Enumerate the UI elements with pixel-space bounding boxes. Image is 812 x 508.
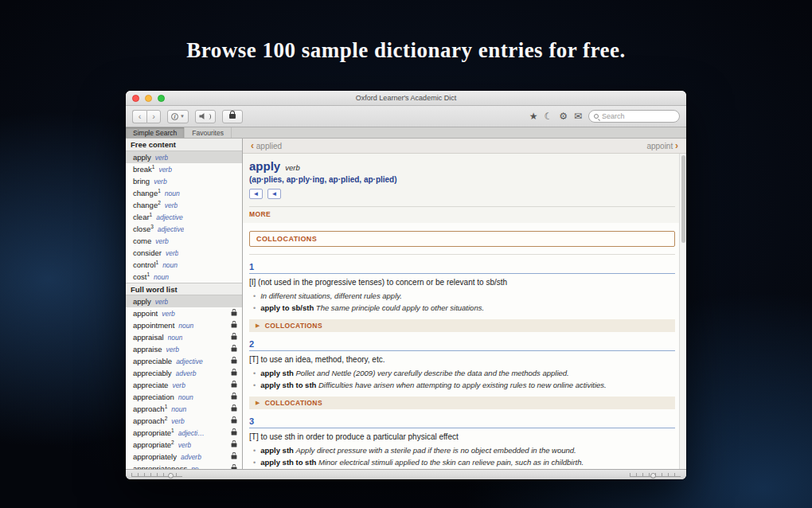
word-list-item[interactable]: appointmentnoun bbox=[126, 319, 242, 331]
zoom-window-button[interactable] bbox=[158, 95, 165, 102]
lock-icon bbox=[232, 347, 237, 351]
word-list-item[interactable]: comeverb bbox=[126, 235, 242, 247]
word-list-item[interactable]: appreciableadjective bbox=[126, 355, 242, 367]
favourite-star-icon[interactable]: ★ bbox=[529, 111, 538, 121]
word-list-word: break1 bbox=[133, 164, 154, 174]
senses-list: 1[I] (not used in the progressive tenses… bbox=[249, 262, 675, 469]
collocation-pattern: apply to sb/sth bbox=[260, 303, 316, 312]
word-list-item[interactable]: appointverb bbox=[126, 307, 242, 319]
word-list-word: appreciable bbox=[133, 357, 172, 365]
word-list-word: control1 bbox=[133, 260, 158, 269]
word-list-item[interactable]: approach2verb bbox=[126, 415, 242, 427]
word-list-item[interactable]: appropriate1adjecti… bbox=[126, 427, 242, 439]
scrollbar[interactable] bbox=[679, 154, 686, 469]
word-list-pos: noun bbox=[171, 405, 186, 413]
word-list-word: change2 bbox=[133, 200, 161, 209]
example-sentence: •apply to sb/sth The same principle coul… bbox=[249, 302, 675, 314]
speaker-icon bbox=[199, 113, 207, 119]
search-input[interactable] bbox=[602, 112, 673, 120]
word-list-item[interactable]: close3adjective bbox=[126, 223, 242, 235]
more-toggle[interactable]: MORE bbox=[249, 207, 675, 223]
word-list-pos: verb bbox=[154, 178, 167, 186]
lock-icon bbox=[232, 443, 237, 447]
word-list-pos: verb bbox=[172, 381, 185, 389]
slider-knob[interactable] bbox=[650, 473, 656, 479]
lock-icon bbox=[232, 323, 237, 327]
tab-favourites[interactable]: Favourites bbox=[185, 127, 232, 138]
entry-content: applyverb (ap·plies, ap·ply·ing, ap·plie… bbox=[243, 154, 686, 469]
word-list-word: appreciate bbox=[133, 381, 168, 389]
word-list-item[interactable]: appropriate2verb bbox=[126, 439, 242, 451]
example-sentence: •apply sth to sth Difficulties have aris… bbox=[249, 379, 675, 391]
lock-icon bbox=[232, 395, 237, 399]
prev-entry-label: applied bbox=[256, 142, 282, 150]
word-list-item[interactable]: break1verb bbox=[126, 163, 242, 175]
unlock-content-button[interactable] bbox=[222, 110, 243, 123]
word-list-pos: adjective bbox=[158, 225, 185, 233]
settings-gear-icon[interactable]: ⚙ bbox=[559, 111, 568, 121]
word-list-item[interactable]: bringverb bbox=[126, 175, 242, 187]
word-list-item[interactable]: cost1noun bbox=[126, 271, 242, 283]
minimize-window-button[interactable] bbox=[145, 95, 152, 102]
back-button[interactable]: ‹ bbox=[132, 110, 146, 123]
lock-icon bbox=[232, 467, 237, 469]
word-list-pos: verb bbox=[178, 441, 192, 449]
pronounce-audio-button-1[interactable]: ◄ bbox=[249, 189, 263, 199]
tab-simple-search[interactable]: Simple Search bbox=[126, 127, 185, 138]
word-list-item[interactable]: applyverb bbox=[126, 151, 242, 163]
word-list-item[interactable]: clear1adjective bbox=[126, 211, 242, 223]
search-field[interactable] bbox=[588, 110, 680, 123]
status-bar bbox=[126, 469, 686, 479]
lock-icon bbox=[232, 407, 237, 411]
scrollbar-thumb[interactable] bbox=[681, 155, 685, 243]
example-sentence: •apply sth to sth Minor electrical stimu… bbox=[249, 456, 675, 468]
toolbar: ‹ › i ▼ ★ ☾ ⚙ ✉ bbox=[126, 106, 686, 127]
word-list-item[interactable]: appropriatenessno… bbox=[126, 463, 242, 469]
word-list-item[interactable]: appraiseverb bbox=[126, 343, 242, 355]
word-list-word: come bbox=[133, 236, 151, 245]
traffic-lights bbox=[132, 95, 165, 102]
word-list-item[interactable]: considerverb bbox=[126, 247, 242, 259]
collocation-pattern: apply sth to sth bbox=[260, 458, 318, 467]
word-list-item[interactable]: appreciateverb bbox=[126, 379, 242, 391]
prev-entry-link[interactable]: ‹ applied bbox=[251, 140, 282, 151]
feedback-envelope-icon[interactable]: ✉ bbox=[574, 111, 582, 121]
word-list-pos: noun bbox=[178, 322, 193, 330]
word-list-item[interactable]: approach1noun bbox=[126, 403, 242, 415]
info-dropdown-button[interactable]: i ▼ bbox=[167, 110, 189, 123]
word-list-item[interactable]: control1noun bbox=[126, 259, 242, 271]
word-list-pos: noun bbox=[154, 273, 169, 281]
slider-knob[interactable] bbox=[168, 473, 174, 479]
lock-icon bbox=[232, 455, 237, 459]
word-list-pos: verb bbox=[155, 298, 169, 306]
example-sentence: •apply sth Apply direct pressure with a … bbox=[249, 444, 675, 456]
word-list-item[interactable]: change1noun bbox=[126, 187, 242, 199]
collocations-panel[interactable]: COLLOCATIONS bbox=[249, 231, 675, 247]
close-window-button[interactable] bbox=[132, 95, 139, 102]
pronounce-audio-button-2[interactable]: ◄ bbox=[267, 189, 281, 199]
sense-definition: [T] to use sth in order to produce a par… bbox=[249, 432, 675, 441]
triangle-right-icon: ▶ bbox=[256, 322, 260, 329]
next-entry-link[interactable]: appoint › bbox=[646, 140, 678, 151]
pronunciation-button[interactable] bbox=[195, 110, 216, 123]
forward-button[interactable]: › bbox=[146, 110, 161, 123]
night-mode-moon-icon[interactable]: ☾ bbox=[544, 111, 552, 121]
word-list-item[interactable]: applyverb bbox=[126, 295, 242, 307]
word-list-item[interactable]: appropriatelyadverb bbox=[126, 451, 242, 463]
sound-wave-icon bbox=[209, 114, 211, 119]
word-list-pos: noun bbox=[165, 190, 180, 197]
text-size-slider-right[interactable] bbox=[630, 471, 681, 479]
word-list-pos: verb bbox=[158, 166, 172, 174]
word-list-item[interactable]: appreciationnoun bbox=[126, 391, 242, 403]
word-list-pos: verb bbox=[171, 417, 185, 425]
window-title: Oxford Learner's Academic Dict bbox=[356, 94, 456, 102]
collocations-toggle[interactable]: ▶COLLOCATIONS bbox=[249, 397, 675, 409]
word-list-word: appraisal bbox=[133, 333, 164, 342]
word-list-item[interactable]: appreciablyadverb bbox=[126, 367, 242, 379]
word-list-item[interactable]: change2verb bbox=[126, 199, 242, 211]
collocations-toggle[interactable]: ▶COLLOCATIONS bbox=[249, 319, 675, 332]
word-list-item[interactable]: appraisalnoun bbox=[126, 331, 242, 343]
text-size-slider-left[interactable] bbox=[131, 471, 182, 479]
lock-icon bbox=[232, 431, 237, 435]
word-list-word: apply bbox=[133, 153, 151, 162]
